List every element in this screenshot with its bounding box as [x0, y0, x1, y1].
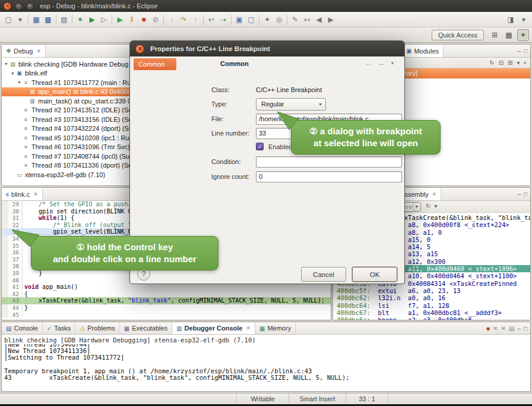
- debug-icon[interactable]: ✶: [74, 14, 86, 26]
- expand-arrow-icon[interactable]: ▾: [4, 61, 9, 67]
- condition-field[interactable]: [256, 156, 402, 168]
- line-number[interactable]: 30: [8, 208, 23, 215]
- breakpoint-margin[interactable]: [2, 304, 8, 311]
- ok-button[interactable]: OK: [352, 267, 397, 282]
- line-number[interactable]: 31: [8, 215, 23, 222]
- expand-arrow-icon[interactable]: ▾: [10, 71, 15, 76]
- console-tab-debugger-console[interactable]: ▥Debugger Console✕: [172, 322, 255, 334]
- minimize-icon[interactable]: –: [517, 191, 521, 197]
- close-icon[interactable]: ✕: [246, 325, 251, 331]
- line-number[interactable]: 40: [8, 277, 23, 284]
- breakpoint-margin[interactable]: [2, 243, 8, 250]
- new-dropdown-icon[interactable]: ▾: [14, 14, 26, 26]
- save-all-icon[interactable]: ▩: [42, 14, 54, 26]
- minimize-icon[interactable]: –: [517, 325, 521, 332]
- terminate-icon[interactable]: ■: [486, 325, 490, 332]
- new-c-project-icon[interactable]: ▣: [233, 14, 245, 26]
- breakpoint-margin[interactable]: [2, 277, 8, 284]
- breakpoint-margin[interactable]: [2, 270, 8, 277]
- debug-tree-item[interactable]: ≡Thread #5 1073410208 (ipc1 : Runni: [2, 133, 131, 143]
- line-number[interactable]: 38: [8, 263, 23, 270]
- cpp-perspective-icon[interactable]: ▦: [503, 29, 515, 41]
- open-perspective-icon[interactable]: ⊞: [489, 29, 501, 41]
- expand-all-icon[interactable]: ⊞: [508, 59, 512, 66]
- view-menu-icon[interactable]: ▪: [524, 59, 526, 66]
- close-icon[interactable]: ✕: [432, 191, 437, 197]
- step-into-icon[interactable]: ↓: [166, 14, 178, 26]
- console-output[interactable]: blink checking [GDB Hardware Debugging] …: [2, 335, 530, 382]
- run-icon[interactable]: ▶: [86, 14, 98, 26]
- tab-blink-c[interactable]: c blink.c ✕: [2, 188, 43, 200]
- line-number[interactable]: 32: [8, 222, 23, 229]
- console-tab-memory[interactable]: ▦Memory: [255, 322, 296, 334]
- new-wizard-icon[interactable]: ▢: [2, 14, 14, 26]
- view-menu-icon[interactable]: ▾: [434, 203, 437, 209]
- breakpoint-margin[interactable]: [2, 235, 8, 243]
- forward-icon[interactable]: →: [378, 59, 385, 68]
- last-edit-location-icon[interactable]: ↤: [301, 14, 313, 26]
- line-number[interactable]: 43: [8, 297, 23, 304]
- debug-tree-item[interactable]: ▾≡Thread #1 1073411772 (main : Runn: [2, 78, 131, 87]
- debug-tree-item[interactable]: ▾▣blink.elf: [2, 69, 131, 78]
- line-number[interactable]: 45: [8, 311, 23, 319]
- forward-icon[interactable]: ▶: [325, 14, 337, 26]
- breakpoint-margin[interactable]: [2, 311, 8, 319]
- new-c-file-icon[interactable]: ▢: [245, 14, 257, 26]
- build-icon[interactable]: ✦: [261, 14, 273, 26]
- expand-arrow-icon[interactable]: ▾: [17, 80, 22, 85]
- sync-icon[interactable]: ↻: [426, 203, 430, 209]
- window-maximize-button[interactable]: +: [26, 2, 34, 10]
- code-text[interactable]: xTaskCreate(&blink_task, "blink_task", c…: [23, 297, 331, 304]
- line-number[interactable]: 42: [8, 291, 23, 298]
- history-dropdown-icon[interactable]: ▼: [390, 59, 395, 68]
- tab-modules[interactable]: ▣ Modules: [402, 45, 444, 57]
- disconnect-icon[interactable]: ⊘: [150, 14, 162, 26]
- filter-icon[interactable]: ▾: [517, 59, 520, 66]
- back-icon[interactable]: ←: [365, 59, 372, 68]
- line-number[interactable]: 37: [8, 256, 23, 263]
- debug-tree-item[interactable]: ≡Thread #2 1073413512 (IDLE) (Susp: [2, 106, 131, 115]
- line-number[interactable]: 36: [8, 249, 23, 256]
- print-icon[interactable]: ▤: [58, 14, 70, 26]
- line-number[interactable]: 41: [8, 284, 23, 291]
- cancel-button[interactable]: Cancel: [301, 267, 346, 282]
- breakpoint-margin[interactable]: [2, 249, 8, 256]
- close-icon[interactable]: ✕: [33, 191, 38, 197]
- breakpoint-margin[interactable]: [2, 215, 8, 222]
- breakpoint-margin[interactable]: [2, 256, 8, 263]
- terminate-icon[interactable]: ■: [138, 14, 150, 26]
- debug-tree-item[interactable]: ≡Thread #4 1073432224 (dport) (Sus: [2, 124, 131, 134]
- breakpoint-margin[interactable]: [2, 297, 8, 304]
- remove-launch-icon[interactable]: ✕: [493, 325, 498, 332]
- code-text[interactable]: [23, 311, 331, 319]
- step-return-icon[interactable]: ↑: [189, 14, 201, 26]
- type-dropdown[interactable]: Regular ▼: [256, 98, 326, 111]
- chevron-down-icon[interactable]: ▼: [413, 203, 420, 211]
- console-tab-problems[interactable]: ⚠Problems: [75, 322, 119, 334]
- breakpoint-margin[interactable]: [2, 291, 8, 298]
- breakpoint-margin[interactable]: [2, 201, 8, 208]
- breakpoint-margin[interactable]: [2, 222, 8, 229]
- clear-console-icon[interactable]: ▤: [509, 325, 514, 332]
- debug-perspective-icon[interactable]: ✶: [517, 29, 529, 41]
- window-close-button[interactable]: ✕: [4, 2, 11, 10]
- debug-tree-item[interactable]: ≡Thread #6 1073431096 (Tmr Svc) (S: [2, 143, 131, 152]
- tab-debug[interactable]: ❖ Debug ✕: [2, 45, 46, 57]
- quick-access-button[interactable]: Quick Access: [432, 30, 484, 40]
- remove-all-launches-icon[interactable]: ✕: [501, 325, 506, 332]
- external-tools-icon[interactable]: ▷: [98, 14, 110, 26]
- breakpoint-margin[interactable]: [2, 284, 8, 291]
- debug-tree[interactable]: ▾▤blink checking [GDB Hardware Debug▾▣bl…: [2, 58, 131, 180]
- drop-to-frame-icon[interactable]: ↩: [205, 14, 217, 26]
- maximize-icon[interactable]: □: [524, 191, 527, 197]
- breakpoint-margin[interactable]: [2, 208, 8, 215]
- close-icon[interactable]: ✕: [36, 48, 41, 54]
- debug-tree-item[interactable]: ▾▤blink checking [GDB Hardware Debug: [2, 59, 131, 69]
- window-minimize-button[interactable]: −: [15, 2, 23, 10]
- instruction-stepping-icon[interactable]: ⇢: [217, 14, 229, 26]
- mark-occurrences-icon[interactable]: ✎: [289, 14, 301, 26]
- maximize-icon[interactable]: □: [524, 48, 527, 54]
- debug-tree-item[interactable]: ≡Thread #7 1073408744 (ipc0) (Susp: [2, 152, 131, 161]
- suspend-icon[interactable]: ‖: [126, 14, 138, 26]
- maximize-icon[interactable]: □: [524, 325, 527, 332]
